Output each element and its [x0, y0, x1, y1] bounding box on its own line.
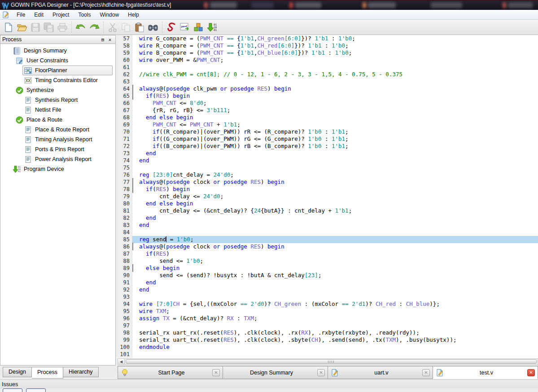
- issues-filter-button[interactable]: [26, 388, 46, 392]
- doc-tab-design-summary[interactable]: Design Summary✕: [223, 366, 328, 379]
- tree-item-place-route[interactable]: Place & Route: [0, 115, 115, 125]
- code-line-99[interactable]: 99serial_tx uart_tx(.reset(RES), .clk(cl…: [118, 336, 538, 344]
- floorplanner-button[interactable]: [178, 21, 192, 34]
- code-line-94[interactable]: 94wire [7:0]CH = {sel,((mxColor == 2'd0)…: [118, 301, 538, 308]
- panel-tab-process[interactable]: Process: [32, 367, 63, 379]
- code-line-68[interactable]: 68 end else begin: [118, 114, 538, 121]
- close-tab-icon[interactable]: ✕: [422, 369, 430, 376]
- code-line-100[interactable]: 100endmodule: [118, 344, 538, 351]
- synthesize-button[interactable]: [165, 21, 178, 34]
- tree-item-synthesis-report[interactable]: Synthesis Report: [0, 95, 115, 105]
- panel-tab-design[interactable]: Design: [3, 367, 32, 377]
- menu-item-project[interactable]: Project: [48, 10, 74, 19]
- tree-item-netlist-file[interactable]: Netlist File: [0, 105, 115, 115]
- doc-tab-uart.v[interactable]: uart.v✕: [328, 366, 433, 379]
- float-panel-icon[interactable]: ⊞: [99, 36, 106, 43]
- tree-item-floorplanner[interactable]: FloorPlanner: [0, 65, 115, 75]
- menu-item-window[interactable]: Window: [95, 10, 123, 19]
- code-line-65[interactable]: 65 if(RES) begin: [118, 92, 538, 100]
- code-line-58[interactable]: 58wire R_compare = (PWM_CNT == {1'b1,CH_…: [118, 42, 538, 49]
- tree-item-timing-constraints-editor[interactable]: Timing Constraints Editor: [0, 75, 115, 85]
- code-line-78[interactable]: 78 if(RES) begin: [118, 186, 538, 193]
- fold-marker-icon[interactable]: [132, 265, 138, 272]
- tree-item-design-summary[interactable]: Design Summary: [0, 46, 115, 56]
- tree-item-power-analysis-report[interactable]: Power Analysis Report: [0, 154, 115, 164]
- code-line-73[interactable]: 73 end: [118, 150, 538, 157]
- code-line-59[interactable]: 59wire B_compare = (PWM_CNT == {1'b1,CH_…: [118, 49, 538, 57]
- code-line-64[interactable]: 64always@(posedge clk_pwm or posedge RES…: [118, 85, 538, 92]
- code-line-101[interactable]: 101: [118, 351, 538, 358]
- code-line-90[interactable]: 90 send <= (send)? !busytx : !butA & cnt…: [118, 272, 538, 279]
- code-line-66[interactable]: 66 PWM_CNT <= 8'd0;: [118, 100, 538, 107]
- menu-item-file[interactable]: File: [12, 10, 30, 19]
- code-line-62[interactable]: 62//wire clk_PWM = cnt[8]; // 0 - 12, 1 …: [118, 71, 538, 78]
- panel-tab-hierarchy[interactable]: Hierarchy: [63, 367, 99, 377]
- tree-item-timing-analysis-report[interactable]: Timing Analysis Report: [0, 135, 115, 144]
- code-line-92[interactable]: 92end: [118, 286, 538, 293]
- fold-marker-icon[interactable]: [132, 85, 138, 92]
- doc-tab-test.v[interactable]: test.v✕: [433, 366, 538, 379]
- menu-item-edit[interactable]: Edit: [30, 10, 48, 19]
- code-line-81[interactable]: 81 cnt_delay <= (&cnt_delay)? {24{butA}}…: [118, 207, 538, 214]
- close-tab-icon[interactable]: ✕: [317, 369, 325, 376]
- open-file-button[interactable]: [15, 21, 29, 34]
- code-line-80[interactable]: 80 end else begin: [118, 200, 538, 207]
- code-line-69[interactable]: 69 PWM_CNT <= PWM_CNT + 1'b1;: [118, 121, 538, 128]
- menu-item-help[interactable]: Help: [123, 10, 144, 19]
- close-tab-icon[interactable]: ✕: [212, 369, 220, 376]
- tree-item-user-constraints[interactable]: User Constraints: [0, 56, 115, 65]
- close-panel-icon[interactable]: ✕: [106, 36, 114, 43]
- paste-button[interactable]: [133, 21, 146, 34]
- scrollbar-thumb[interactable]: [126, 359, 537, 364]
- find-button[interactable]: [146, 21, 160, 34]
- code-line-76[interactable]: 76reg [23:0]cnt_delay = 24'd0;: [118, 171, 538, 179]
- scroll-left-arrow-icon[interactable]: ◀: [118, 359, 125, 364]
- code-line-88[interactable]: 88 send <= 1'b0;: [118, 257, 538, 265]
- code-line-97[interactable]: 97: [118, 322, 538, 329]
- code-line-95[interactable]: 95wire TXM;: [118, 308, 538, 315]
- tree-item-ports-pins-report[interactable]: Ports & Pins Report: [0, 144, 115, 154]
- code-line-60[interactable]: 60wire over_PWM = &PWM_CNT;: [118, 57, 538, 64]
- tree-item-synthesize[interactable]: Synthesize: [0, 85, 115, 95]
- code-line-85[interactable]: 85reg send = 1'b0;: [118, 236, 538, 243]
- fold-marker-icon[interactable]: [132, 186, 138, 193]
- code-line-61[interactable]: 61: [118, 64, 538, 71]
- tree-item-program-device[interactable]: 011001Program Device: [0, 164, 115, 174]
- code-editor[interactable]: 57wire G_compare = (PWM_CNT == {1'b1,CH_…: [118, 35, 538, 358]
- code-line-93[interactable]: 93: [118, 293, 538, 301]
- editor-horizontal-scrollbar[interactable]: ◀: [118, 358, 538, 365]
- code-line-75[interactable]: 75: [118, 164, 538, 171]
- fold-marker-icon[interactable]: [132, 92, 138, 100]
- code-line-98[interactable]: 98serial_rx uart_rx(.reset(RES), .clk(cl…: [118, 329, 538, 336]
- code-line-71[interactable]: 71 if((G_compare)|(over_PWM)) rG <= (G_c…: [118, 135, 538, 143]
- code-line-87[interactable]: 87 if(RES): [118, 250, 538, 257]
- place-route-button[interactable]: [192, 21, 205, 34]
- undo-button[interactable]: [74, 21, 87, 34]
- redo-button[interactable]: [87, 21, 101, 34]
- code-line-86[interactable]: 86always@(posedge clock or posedge RES) …: [118, 243, 538, 250]
- code-line-57[interactable]: 57wire G_compare = (PWM_CNT == {1'b1,CH_…: [118, 35, 538, 42]
- tree-item-place-route-report[interactable]: Place & Route Report: [0, 125, 115, 135]
- code-line-84[interactable]: 84: [118, 229, 538, 236]
- menu-item-tools[interactable]: Tools: [74, 10, 95, 19]
- code-line-72[interactable]: 72 if((B_compare)|(over_PWM)) rB <= (B_c…: [118, 143, 538, 150]
- fold-marker-icon[interactable]: [132, 243, 138, 250]
- code-line-91[interactable]: 91 end: [118, 279, 538, 286]
- code-line-83[interactable]: 83end: [118, 222, 538, 229]
- code-line-89[interactable]: 89 else begin: [118, 265, 538, 272]
- code-line-74[interactable]: 74end: [118, 157, 538, 164]
- doc-tab-start-page[interactable]: Start Page✕: [118, 366, 223, 379]
- code-line-79[interactable]: 79 cnt_delay <= 24'd0;: [118, 193, 538, 200]
- document-edit-icon[interactable]: [2, 11, 9, 18]
- fold-marker-icon[interactable]: [132, 179, 138, 186]
- code-line-67[interactable]: 67 {rR, rG, rB} <= 3'b111;: [118, 107, 538, 114]
- program-device-button[interactable]: 011001: [205, 21, 219, 34]
- issues-filter-button[interactable]: [3, 388, 22, 392]
- code-line-82[interactable]: 82 end: [118, 214, 538, 222]
- code-line-63[interactable]: 63: [118, 78, 538, 85]
- code-line-70[interactable]: 70 if((R_compare)|(over_PWM)) rR <= (R_c…: [118, 128, 538, 135]
- new-file-button[interactable]: [2, 21, 15, 34]
- code-line-77[interactable]: 77always@(posedge clock or posedge RES) …: [118, 179, 538, 186]
- code-line-96[interactable]: 96assign TX = (&cnt_delay)? RX : TXM;: [118, 315, 538, 322]
- close-tab-icon[interactable]: ✕: [527, 369, 535, 376]
